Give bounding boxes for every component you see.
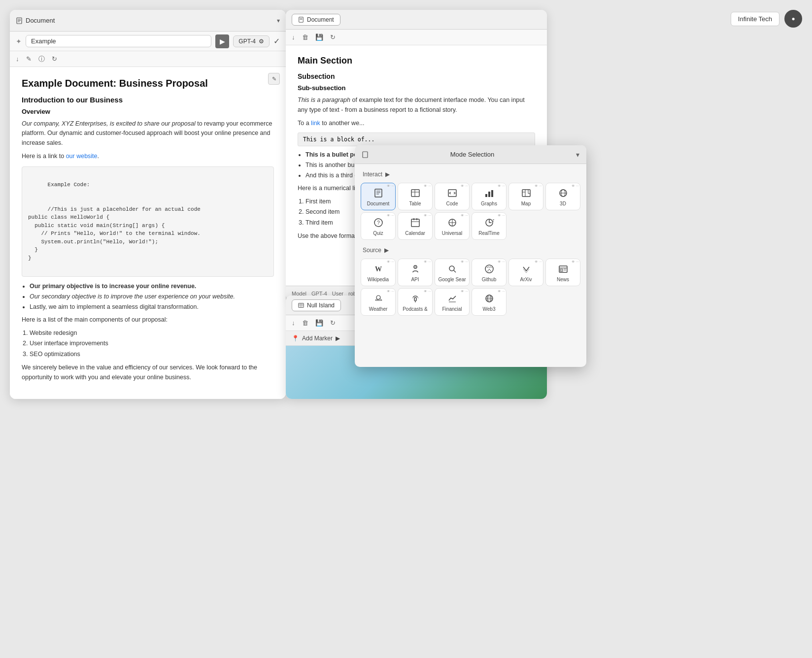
info-icon[interactable]: ⓘ — [38, 55, 45, 64]
svg-rect-26 — [411, 219, 419, 227]
mode-item-podcasts[interactable]: 👁 ··· Podcasts & — [398, 288, 433, 316]
mode-item-wikipedia[interactable]: 👁 ··· W Wikipedia — [361, 259, 396, 286]
edit-button[interactable]: ✎ — [268, 73, 280, 85]
ni-down-icon[interactable]: ↓ — [292, 319, 295, 327]
para-link[interactable]: link — [311, 120, 320, 127]
download-icon[interactable]: ↓ — [16, 55, 19, 63]
edit-icon[interactable]: ✎ — [26, 55, 32, 63]
code-label: Example Code: — [48, 182, 90, 188]
source-section: Source ▶ 👁 ··· W Wikipedia — [359, 245, 582, 316]
sparkle-icon: ✦ — [16, 37, 22, 45]
source-grid: 👁 ··· W Wikipedia 👁 ··· — [359, 259, 582, 316]
eye-icon: 👁 — [572, 260, 575, 263]
list-item: SEO optimizations — [30, 350, 274, 359]
mode-item-universal[interactable]: 👁 ··· Universal — [435, 212, 470, 240]
interact-label: Interact — [363, 171, 382, 178]
mode-controls: 👁 ··· — [387, 260, 394, 263]
mode-item-map[interactable]: 👁 ··· Map — [508, 183, 543, 210]
map-mode-icon — [520, 187, 532, 199]
eye-icon: 👁 — [498, 260, 501, 263]
ni-refresh-icon[interactable]: ↻ — [330, 319, 336, 327]
ni-trash-icon[interactable]: 🗑 — [302, 319, 308, 327]
google-mode-icon — [446, 263, 458, 275]
right-para1: This is a paragraph of example text for … — [298, 96, 535, 115]
left-document-content: ✎ Example Document: Business Proposal In… — [10, 67, 286, 399]
mode-item-graphs[interactable]: 👁 ··· Graphs — [472, 183, 507, 210]
check-icon[interactable]: ✓ — [273, 36, 280, 46]
mode-controls: 👁 ··· — [461, 260, 468, 263]
mode-item-google[interactable]: 👁 ··· Google Sear — [435, 259, 470, 286]
svg-point-37 — [449, 266, 454, 271]
realtime-mode-icon — [483, 217, 495, 229]
mode-item-realtime[interactable]: 👁 ··· RealTime — [472, 212, 507, 240]
mode-item-3d[interactable]: 👁 ··· 3D — [545, 183, 580, 210]
map-mode-label: Map — [521, 201, 531, 207]
options-icon: ··· — [502, 184, 505, 188]
eye-icon: 👁 — [461, 184, 464, 188]
user-avatar: ● — [784, 10, 802, 28]
eye-icon: 👁 — [498, 214, 501, 217]
search-input[interactable]: Example — [26, 35, 211, 47]
options-icon: ··· — [428, 290, 431, 293]
eye-icon: 👁 — [461, 290, 464, 293]
mode-item-api[interactable]: 👁 ··· API — [398, 259, 433, 286]
mode-controls: 👁 ··· — [461, 290, 468, 293]
chevron-down-icon[interactable]: ▾ — [277, 17, 280, 24]
mode-item-financial[interactable]: 👁 ··· Financial — [435, 288, 470, 316]
mode-controls: 👁 ··· — [498, 260, 505, 263]
universal-mode-icon — [446, 217, 458, 229]
brand-label: Infinite Tech — [731, 12, 779, 26]
mode-item-code[interactable]: 👁 ··· Code — [435, 183, 470, 210]
mode-item-weather[interactable]: 👁 ··· Weather — [361, 288, 396, 316]
list-item: User interface improvements — [30, 339, 274, 348]
mode-controls: 👁 ··· — [424, 184, 431, 188]
web3-mode-icon — [483, 293, 495, 304]
left-panel: Document ▾ ✦ Example ▶ GPT-4 ⚙ ✓ ↓ ✎ ⓘ ↻… — [10, 10, 286, 399]
news-mode-label: News — [557, 277, 569, 283]
mode-selection-modal: Mode Selection ▾ Interact ▶ 👁 ··· — [355, 145, 586, 367]
trash-icon[interactable]: 🗑 — [302, 33, 308, 41]
mode-item-table[interactable]: 👁 ··· Table — [398, 183, 433, 210]
document-tab[interactable]: Document — [292, 14, 340, 26]
doc-overview-heading: Overview — [22, 108, 274, 115]
mode-item-github[interactable]: 👁 ··· Github — [472, 259, 507, 286]
mode-controls: 👁 ··· — [387, 290, 394, 293]
chevron-right-icon: ▶ — [336, 335, 340, 342]
modal-close-icon[interactable]: ▾ — [576, 151, 579, 159]
options-icon: ··· — [428, 260, 431, 263]
add-marker-label[interactable]: Add Marker — [302, 335, 333, 342]
mode-item-calendar[interactable]: 👁 ··· Calendar — [398, 212, 433, 240]
mode-item-web3[interactable]: 👁 ··· Web3 — [472, 288, 507, 316]
subsection-heading: Subsection — [298, 72, 535, 80]
weather-mode-icon — [372, 293, 384, 304]
mode-item-quiz[interactable]: 👁 ··· ? Quiz — [361, 212, 396, 240]
right-para2: To a link to another we... — [298, 119, 535, 128]
gear-icon[interactable]: ⚙ — [259, 38, 264, 45]
gpt-selector[interactable]: GPT-4 ⚙ — [233, 35, 270, 47]
options-icon: ··· — [465, 184, 468, 188]
our-website-link[interactable]: our website — [66, 153, 98, 160]
down-arrow-icon[interactable]: ↓ — [292, 33, 295, 41]
refresh-icon[interactable]: ↻ — [52, 55, 57, 63]
options-icon: ··· — [391, 290, 394, 293]
run-button[interactable]: ▶ — [215, 34, 229, 48]
recycle-icon[interactable]: ↻ — [330, 33, 336, 41]
mode-item-arxiv[interactable]: 👁 ··· ArXiv — [508, 259, 543, 286]
ni-save-icon[interactable]: 💾 — [315, 319, 323, 327]
null-island-tab[interactable]: Null Island — [292, 299, 341, 311]
svg-rect-42 — [560, 269, 563, 271]
mode-controls: 👁 ··· — [498, 290, 505, 293]
save-icon[interactable]: 💾 — [315, 33, 323, 41]
podcasts-mode-label: Podcasts & — [403, 306, 428, 312]
list-item: Website redesign — [30, 329, 274, 338]
mode-item-document[interactable]: 👁 ··· Document — [361, 183, 396, 210]
options-icon: ··· — [502, 290, 505, 293]
mode-item-news[interactable]: 👁 ··· News — [545, 259, 580, 286]
interact-header: Interact ▶ — [359, 169, 582, 180]
doc-intro-heading: Introduction to our Business — [22, 96, 274, 104]
web3-mode-label: Web3 — [483, 306, 496, 312]
options-icon: ··· — [502, 260, 505, 263]
eye-icon: 👁 — [387, 260, 390, 263]
eye-icon: 👁 — [424, 290, 427, 293]
source-label: Source — [363, 247, 381, 254]
